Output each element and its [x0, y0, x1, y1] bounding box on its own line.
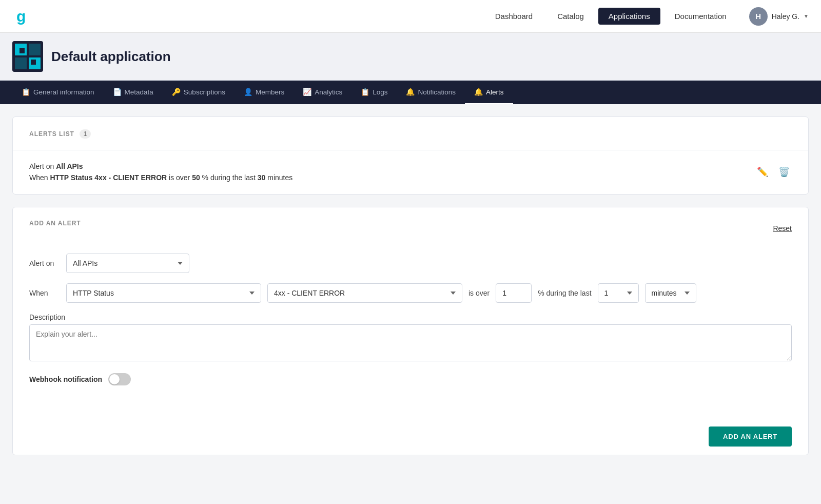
- subnav-members[interactable]: 👤 Members: [234, 81, 294, 104]
- reset-button[interactable]: Reset: [773, 224, 792, 232]
- subnav-general-information-label: General information: [33, 88, 94, 96]
- svg-rect-5: [15, 57, 27, 69]
- subnav-metadata[interactable]: 📄 Metadata: [104, 81, 163, 104]
- subnav-analytics[interactable]: 📈 Analytics: [294, 81, 351, 104]
- alert-condition-prefix: When: [29, 173, 50, 182]
- notifications-icon: 🔔: [406, 88, 415, 96]
- alert-on-label: Alert on: [29, 259, 60, 267]
- nav-catalog[interactable]: Catalog: [547, 8, 594, 25]
- subnav-alerts-label: Alerts: [486, 88, 504, 96]
- alert-row: Alert on All APIs When HTTP Status 4xx -…: [13, 150, 808, 194]
- description-block: Description: [29, 313, 792, 363]
- threshold-input[interactable]: [496, 283, 532, 303]
- webhook-toggle[interactable]: [108, 373, 131, 385]
- alerts-list-header: ALERTS LIST 1: [13, 117, 808, 150]
- alert-on-row: Alert on All APIs Specific API: [29, 254, 792, 273]
- nav-dashboard[interactable]: Dashboard: [485, 8, 543, 25]
- subnav-analytics-label: Analytics: [315, 88, 342, 96]
- sub-nav: 📋 General information 📄 Metadata 🔑 Subsc…: [0, 81, 821, 104]
- subnav-notifications-label: Notifications: [418, 88, 456, 96]
- description-textarea[interactable]: [29, 324, 792, 361]
- subnav-general-information[interactable]: 📋 General information: [12, 81, 104, 104]
- main-content: ALERTS LIST 1 Alert on All APIs When HTT…: [0, 104, 821, 504]
- app-logo: [12, 41, 43, 72]
- alert-percent-label: % during the last: [200, 173, 258, 182]
- logs-icon: 📋: [361, 88, 369, 96]
- duration-unit-select[interactable]: minutes hours days: [645, 283, 696, 303]
- subnav-members-label: Members: [256, 88, 284, 96]
- alert-prefix: Alert on: [29, 162, 56, 170]
- alerts-list-title: ALERTS LIST: [29, 130, 74, 138]
- subnav-metadata-label: Metadata: [125, 88, 153, 96]
- subnav-subscriptions-label: Subscriptions: [184, 88, 225, 96]
- add-alert-header: ADD AN ALERT Reset: [29, 220, 792, 237]
- edit-alert-button[interactable]: ✏️: [755, 164, 770, 180]
- svg-rect-4: [29, 44, 41, 55]
- subnav-subscriptions[interactable]: 🔑 Subscriptions: [163, 81, 234, 104]
- alerts-list-card: ALERTS LIST 1 Alert on All APIs When HTT…: [12, 117, 809, 195]
- alert-metric: HTTP Status 4xx - CLIENT ERROR: [50, 173, 167, 182]
- webhook-row: Webhook notification: [29, 373, 792, 385]
- description-label: Description: [29, 313, 792, 321]
- app-title: Default application: [51, 49, 171, 65]
- alert-duration-unit: minutes: [265, 173, 292, 182]
- when-row: When HTTP Status Response Time Quota 4xx…: [29, 283, 792, 303]
- alert-threshold: 50: [192, 173, 200, 182]
- user-name: Haley G.: [772, 12, 799, 21]
- subnav-logs[interactable]: 📋 Logs: [351, 81, 397, 104]
- when-label: When: [29, 289, 60, 297]
- alert-on-select[interactable]: All APIs Specific API: [66, 254, 189, 273]
- alerts-icon: 🔔: [474, 88, 483, 96]
- subnav-logs-label: Logs: [373, 88, 387, 96]
- nav-documentation[interactable]: Documentation: [664, 8, 737, 25]
- metric-select[interactable]: HTTP Status Response Time Quota: [66, 283, 261, 303]
- alert-duration: 30: [258, 173, 266, 182]
- add-alert-form: ADD AN ALERT Reset Alert on All APIs Spe…: [13, 207, 808, 418]
- chevron-down-icon: ▼: [804, 13, 809, 19]
- nav-links: Dashboard Catalog Applications Documenta…: [485, 8, 737, 25]
- subscriptions-icon: 🔑: [172, 88, 181, 96]
- alert-action-buttons: ✏️ 🗑️: [755, 164, 792, 180]
- add-alert-title: ADD AN ALERT: [29, 220, 81, 227]
- analytics-icon: 📈: [303, 88, 311, 96]
- alert-description: Alert on All APIs When HTTP Status 4xx -…: [29, 161, 292, 184]
- toggle-thumb: [109, 374, 120, 384]
- svg-text:g: g: [16, 8, 26, 25]
- svg-rect-7: [19, 48, 25, 53]
- svg-rect-8: [31, 60, 36, 65]
- nav-user[interactable]: H Haley G. ▼: [749, 7, 809, 26]
- percent-label: % during the last: [538, 289, 591, 297]
- app-header: Default application: [0, 33, 821, 81]
- is-over-label: is over: [468, 289, 490, 297]
- alerts-count-badge: 1: [80, 129, 91, 139]
- general-info-icon: 📋: [22, 88, 30, 96]
- subnav-notifications[interactable]: 🔔 Notifications: [397, 81, 465, 104]
- nav-applications[interactable]: Applications: [598, 8, 660, 25]
- status-select[interactable]: 4xx - CLIENT ERROR 5xx - SERVER ERROR 2x…: [267, 283, 462, 303]
- members-icon: 👤: [244, 88, 252, 96]
- subnav-alerts[interactable]: 🔔 Alerts: [465, 81, 513, 104]
- submit-row: ADD AN ALERT: [13, 418, 808, 455]
- duration-select[interactable]: 1 5 10 30: [598, 283, 639, 303]
- delete-alert-button[interactable]: 🗑️: [776, 164, 792, 180]
- logo[interactable]: g: [12, 5, 35, 28]
- metadata-icon: 📄: [113, 88, 122, 96]
- add-alert-card: ADD AN ALERT Reset Alert on All APIs Spe…: [12, 207, 809, 455]
- top-nav: g Dashboard Catalog Applications Documen…: [0, 0, 821, 33]
- alert-is-over: is over: [167, 173, 192, 182]
- avatar: H: [749, 7, 768, 26]
- alert-api-name: All APIs: [56, 162, 83, 170]
- webhook-label: Webhook notification: [29, 375, 102, 383]
- add-alert-button[interactable]: ADD AN ALERT: [709, 427, 792, 447]
